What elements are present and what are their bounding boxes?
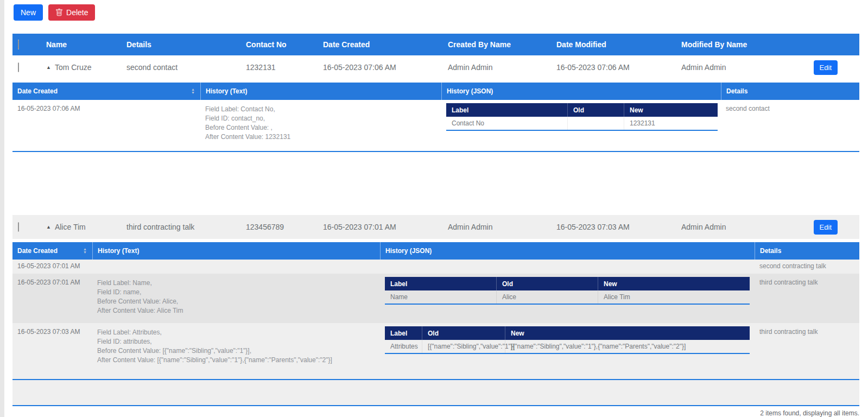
- history-text: Field Label: Name, Field ID: name, Befor…: [92, 274, 380, 323]
- json-new: Alice Tim: [598, 290, 750, 304]
- collapse-caret-icon[interactable]: ▲: [46, 65, 51, 70]
- delete-button[interactable]: Delete: [48, 4, 95, 21]
- json-diff-table: Label Old New Contact No 1232131: [446, 103, 718, 131]
- contact-details: third contracting talk: [126, 223, 246, 231]
- history-date: 16-05-2023 07:06 AM: [12, 100, 200, 151]
- sub-col-history-text: History (Text): [200, 83, 441, 100]
- history-row: 16-05-2023 07:01 AM second contracting t…: [12, 260, 859, 274]
- history-json: Label Old New Contact No 1232131: [441, 100, 721, 151]
- col-header-modified-by[interactable]: Modified By Name: [681, 40, 810, 49]
- record-tom-cruze: ▲ Tom Cruze second contact 1232131 16-05…: [12, 55, 859, 152]
- date-modified: 16-05-2023 07:03 AM: [556, 223, 681, 231]
- created-by: Admin Admin: [448, 223, 556, 231]
- sort-icon[interactable]: ▲▼: [191, 88, 195, 94]
- history-subtable: Date Created ▲▼ History (Text) History (…: [12, 242, 859, 406]
- json-col-label: Label: [385, 326, 422, 340]
- history-subtable-header: Date Created ▲▼ History (Text) History (…: [12, 83, 859, 100]
- history-text-line: Field Label: Name,: [97, 279, 380, 288]
- date-created: 16-05-2023 07:06 AM: [323, 63, 448, 72]
- sub-col-history-json: History (JSON): [380, 242, 755, 260]
- history-json: Label Old New Name Alice Alice Tim: [380, 274, 755, 323]
- row-checkbox[interactable]: [18, 62, 19, 72]
- col-header-name[interactable]: Name: [46, 40, 67, 49]
- modified-by: Admin Admin: [681, 223, 810, 231]
- json-label: Contact No: [446, 117, 567, 130]
- collapse-caret-icon[interactable]: ▲: [46, 225, 51, 230]
- history-text-line: Before Content Value: Alice,: [97, 297, 380, 306]
- contact-no: 123456789: [246, 223, 323, 231]
- json-col-old: Old: [422, 326, 505, 340]
- json-old: [567, 117, 624, 130]
- history-subtable-header: Date Created ▲▼ History (Text) History (…: [12, 242, 859, 260]
- history-text-line: Before Content Value: [{"name":"Sibling"…: [97, 346, 380, 356]
- sub-col-date-created[interactable]: Date Created ▲▼: [12, 242, 92, 260]
- json-col-old: Old: [567, 103, 624, 117]
- select-all-checkbox[interactable]: [18, 40, 19, 49]
- date-modified: 16-05-2023 07:06 AM: [556, 63, 681, 72]
- json-col-old: Old: [496, 277, 598, 290]
- table-row: ▲ Tom Cruze second contact 1232131 16-05…: [12, 55, 859, 79]
- col-header-details[interactable]: Details: [126, 40, 246, 49]
- history-text: Field Label: Attributes, Field ID: attri…: [92, 323, 380, 379]
- edit-button[interactable]: Edit: [814, 60, 838, 75]
- table-row: ▲ Alice Tim third contracting talk 12345…: [12, 215, 859, 239]
- history-text-line: Field ID: contact_no,: [205, 114, 441, 123]
- history-json: [380, 260, 755, 274]
- contact-name: Tom Cruze: [55, 63, 92, 72]
- contacts-table: Name Details Contact No Date Created Cre…: [12, 34, 859, 406]
- history-text-line: Before Content Value: ,: [205, 123, 441, 132]
- sub-col-date-created[interactable]: Date Created ▲▼: [12, 83, 200, 100]
- json-col-label: Label: [385, 277, 496, 290]
- contact-name: Alice Tim: [55, 223, 86, 231]
- col-header-date-created[interactable]: Date Created: [323, 40, 448, 49]
- record-alice-tim: ▲ Alice Tim third contracting talk 12345…: [12, 215, 859, 406]
- json-new: 1232131: [624, 117, 718, 130]
- history-text-line: After Content Value: [{"name":"Sibling",…: [97, 356, 380, 365]
- date-created: 16-05-2023 07:01 AM: [323, 223, 448, 231]
- edit-button[interactable]: Edit: [814, 220, 838, 235]
- col-header-date-modified[interactable]: Date Modified: [556, 40, 681, 49]
- sub-col-history-text: History (Text): [92, 242, 380, 260]
- created-by: Admin Admin: [448, 63, 556, 72]
- col-header-created-by[interactable]: Created By Name: [448, 40, 556, 49]
- spacer: [12, 152, 859, 215]
- json-col-new: New: [624, 103, 718, 117]
- delete-button-label: Delete: [66, 8, 88, 17]
- history-details: second contact: [721, 100, 859, 151]
- sort-icon[interactable]: ▲▼: [83, 248, 87, 254]
- history-date: 16-05-2023 07:03 AM: [12, 323, 92, 379]
- col-header-contact-no[interactable]: Contact No: [246, 40, 323, 49]
- history-text-line: Field Label: Attributes,: [97, 328, 380, 337]
- json-label: Attributes: [385, 340, 422, 353]
- history-row: 16-05-2023 07:01 AM Field Label: Name, F…: [12, 274, 859, 323]
- history-details: third contracting talk: [755, 274, 859, 323]
- main-table-header: Name Details Contact No Date Created Cre…: [12, 34, 859, 55]
- row-checkbox[interactable]: [18, 222, 19, 232]
- left-gutter: [0, 0, 4, 417]
- history-row: 16-05-2023 07:03 AM Field Label: Attribu…: [12, 323, 859, 379]
- json-diff-table: Label Old New Name Alice Alice Tim: [385, 277, 750, 305]
- json-col-new: New: [598, 277, 750, 290]
- json-new: [{"name":"Sibling","value":"1"},{"name":…: [505, 340, 750, 353]
- history-text-line: Field ID: name,: [97, 288, 380, 297]
- json-diff-table: Label Old New Attributes [{"name":"Sibli…: [385, 326, 750, 354]
- history-text: Field Label: Contact No, Field ID: conta…: [200, 100, 441, 151]
- subtable-footer: [12, 380, 859, 406]
- history-json: Label Old New Attributes [{"name":"Sibli…: [380, 323, 755, 379]
- trash-icon: [55, 9, 63, 16]
- toolbar: New Delete: [0, 0, 868, 34]
- history-text-line: Field Label: Contact No,: [205, 105, 441, 114]
- json-col-new: New: [505, 326, 750, 340]
- history-details: second contracting talk: [755, 260, 859, 274]
- sub-col-history-json: History (JSON): [441, 83, 721, 100]
- history-date: 16-05-2023 07:01 AM: [12, 274, 92, 323]
- history-subtable: Date Created ▲▼ History (Text) History (…: [12, 83, 859, 152]
- page: New Delete Name Details Contact No Date …: [0, 0, 868, 417]
- new-button[interactable]: New: [14, 4, 43, 21]
- json-label: Name: [385, 290, 496, 304]
- json-old: Alice: [496, 290, 598, 304]
- history-text: [92, 260, 380, 274]
- history-text-line: After Content Value: Alice Tim: [97, 306, 380, 315]
- json-old: [{"name":"Sibling","value":"1"}]: [422, 340, 505, 353]
- contact-no: 1232131: [246, 63, 323, 72]
